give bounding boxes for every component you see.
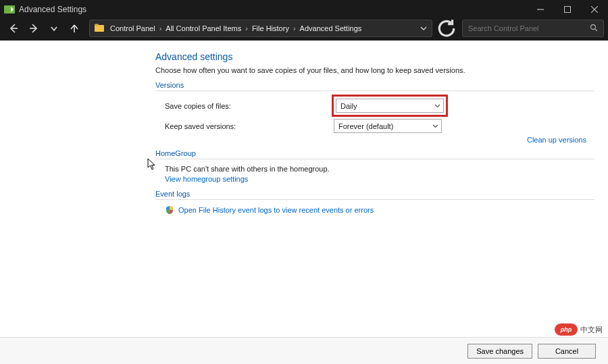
refresh-button[interactable]	[436, 20, 457, 37]
homegroup-link[interactable]: View homegroup settings	[165, 175, 248, 183]
nav-bar: Control Panel › All Control Panel Items …	[0, 19, 608, 41]
save-copies-label: Save copies of files:	[165, 102, 334, 110]
svg-rect-8	[95, 24, 99, 26]
control-panel-icon	[94, 23, 105, 34]
app-icon	[4, 4, 15, 15]
section-versions: Versions	[155, 81, 594, 91]
highlight-box: Daily	[332, 95, 448, 117]
maximize-button[interactable]	[554, 0, 581, 19]
recent-button[interactable]	[45, 20, 64, 37]
breadcrumb-item[interactable]: File History	[251, 24, 290, 32]
chevron-down-icon	[434, 102, 440, 110]
address-bar[interactable]: Control Panel › All Control Panel Items …	[89, 20, 432, 37]
breadcrumb-item[interactable]: Advanced Settings	[299, 24, 363, 32]
breadcrumb-item[interactable]: Control Panel	[109, 24, 157, 32]
keep-versions-label: Keep saved versions:	[165, 122, 334, 130]
footer-bar: Save changes Cancel	[0, 337, 608, 364]
svg-line-10	[595, 29, 597, 31]
keep-versions-value: Forever (default)	[338, 122, 393, 130]
page-description: Choose how often you want to save copies…	[155, 66, 594, 74]
search-box[interactable]	[462, 20, 604, 37]
watermark-text: 中文网	[580, 325, 603, 335]
search-input[interactable]	[463, 24, 590, 32]
php-logo: php	[555, 323, 578, 336]
breadcrumb-item[interactable]: All Control Panel Items	[164, 24, 243, 32]
address-dropdown-button[interactable]	[415, 20, 432, 36]
back-button[interactable]	[4, 20, 23, 37]
save-copies-value: Daily	[340, 102, 357, 110]
section-homegroup: HomeGroup	[155, 149, 594, 159]
chevron-right-icon: ›	[157, 24, 165, 32]
window-title: Advanced Settings	[19, 5, 86, 14]
close-button[interactable]	[581, 0, 608, 19]
svg-point-9	[591, 25, 596, 30]
cleanup-versions-link[interactable]: Clean up versions	[527, 136, 586, 144]
content-area: Advanced settings Choose how often you w…	[0, 41, 608, 337]
shield-icon	[165, 205, 174, 215]
title-bar: Advanced Settings	[0, 0, 608, 19]
save-changes-button[interactable]: Save changes	[467, 344, 532, 359]
cancel-button[interactable]: Cancel	[538, 344, 596, 359]
watermark: php 中文网	[555, 323, 603, 336]
svg-rect-2	[565, 7, 571, 13]
homegroup-text: This PC can't share with others in the h…	[155, 165, 594, 173]
breadcrumb: Control Panel › All Control Panel Items …	[109, 24, 415, 32]
keep-versions-select[interactable]: Forever (default)	[334, 119, 442, 133]
save-copies-select[interactable]: Daily	[336, 99, 444, 113]
chevron-right-icon: ›	[243, 24, 251, 32]
chevron-right-icon: ›	[290, 24, 299, 32]
chevron-down-icon	[432, 122, 438, 130]
section-eventlogs: Event logs	[155, 190, 594, 200]
search-icon	[590, 22, 598, 34]
minimize-button[interactable]	[527, 0, 554, 19]
up-button[interactable]	[65, 20, 84, 37]
eventlogs-link[interactable]: Open File History event logs to view rec…	[178, 206, 374, 214]
forward-button[interactable]	[24, 20, 43, 37]
page-heading: Advanced settings	[155, 51, 594, 62]
